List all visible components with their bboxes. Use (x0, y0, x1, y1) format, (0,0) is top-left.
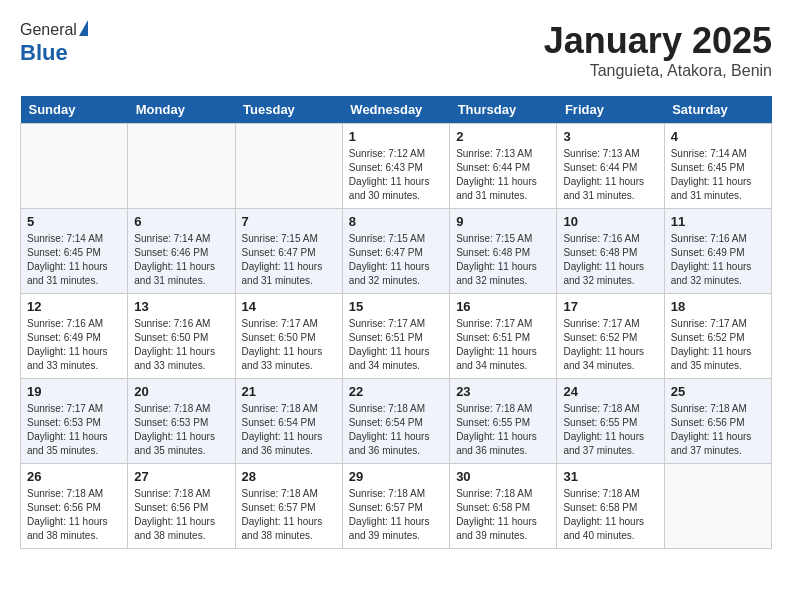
day-number: 6 (134, 214, 228, 229)
logo-arrow-icon (79, 20, 88, 36)
calendar-cell: 18Sunrise: 7:17 AM Sunset: 6:52 PM Dayli… (664, 294, 771, 379)
calendar-title: January 2025 (544, 20, 772, 62)
day-header-sunday: Sunday (21, 96, 128, 124)
day-number: 31 (563, 469, 657, 484)
calendar-cell: 30Sunrise: 7:18 AM Sunset: 6:58 PM Dayli… (450, 464, 557, 549)
calendar-cell: 29Sunrise: 7:18 AM Sunset: 6:57 PM Dayli… (342, 464, 449, 549)
day-info: Sunrise: 7:18 AM Sunset: 6:55 PM Dayligh… (563, 402, 657, 458)
day-number: 18 (671, 299, 765, 314)
day-info: Sunrise: 7:17 AM Sunset: 6:52 PM Dayligh… (563, 317, 657, 373)
calendar-cell: 28Sunrise: 7:18 AM Sunset: 6:57 PM Dayli… (235, 464, 342, 549)
week-row-4: 19Sunrise: 7:17 AM Sunset: 6:53 PM Dayli… (21, 379, 772, 464)
day-header-monday: Monday (128, 96, 235, 124)
day-number: 12 (27, 299, 121, 314)
day-info: Sunrise: 7:17 AM Sunset: 6:53 PM Dayligh… (27, 402, 121, 458)
day-info: Sunrise: 7:13 AM Sunset: 6:44 PM Dayligh… (456, 147, 550, 203)
calendar-cell: 16Sunrise: 7:17 AM Sunset: 6:51 PM Dayli… (450, 294, 557, 379)
calendar-cell: 20Sunrise: 7:18 AM Sunset: 6:53 PM Dayli… (128, 379, 235, 464)
day-info: Sunrise: 7:16 AM Sunset: 6:50 PM Dayligh… (134, 317, 228, 373)
day-number: 8 (349, 214, 443, 229)
day-number: 4 (671, 129, 765, 144)
calendar-table: SundayMondayTuesdayWednesdayThursdayFrid… (20, 96, 772, 549)
day-number: 3 (563, 129, 657, 144)
calendar-cell: 31Sunrise: 7:18 AM Sunset: 6:58 PM Dayli… (557, 464, 664, 549)
calendar-cell (21, 124, 128, 209)
header: General Blue January 2025 Tanguieta, Ata… (20, 20, 772, 80)
day-number: 24 (563, 384, 657, 399)
day-number: 5 (27, 214, 121, 229)
day-info: Sunrise: 7:14 AM Sunset: 6:45 PM Dayligh… (671, 147, 765, 203)
day-number: 22 (349, 384, 443, 399)
day-info: Sunrise: 7:18 AM Sunset: 6:56 PM Dayligh… (134, 487, 228, 543)
day-info: Sunrise: 7:18 AM Sunset: 6:56 PM Dayligh… (27, 487, 121, 543)
day-number: 20 (134, 384, 228, 399)
day-header-friday: Friday (557, 96, 664, 124)
day-info: Sunrise: 7:18 AM Sunset: 6:58 PM Dayligh… (456, 487, 550, 543)
week-row-2: 5Sunrise: 7:14 AM Sunset: 6:45 PM Daylig… (21, 209, 772, 294)
day-info: Sunrise: 7:18 AM Sunset: 6:58 PM Dayligh… (563, 487, 657, 543)
day-number: 28 (242, 469, 336, 484)
week-row-5: 26Sunrise: 7:18 AM Sunset: 6:56 PM Dayli… (21, 464, 772, 549)
calendar-cell: 22Sunrise: 7:18 AM Sunset: 6:54 PM Dayli… (342, 379, 449, 464)
calendar-cell: 15Sunrise: 7:17 AM Sunset: 6:51 PM Dayli… (342, 294, 449, 379)
logo: General Blue (20, 20, 88, 66)
day-number: 2 (456, 129, 550, 144)
day-number: 29 (349, 469, 443, 484)
day-number: 11 (671, 214, 765, 229)
day-number: 9 (456, 214, 550, 229)
day-info: Sunrise: 7:16 AM Sunset: 6:49 PM Dayligh… (671, 232, 765, 288)
week-row-1: 1Sunrise: 7:12 AM Sunset: 6:43 PM Daylig… (21, 124, 772, 209)
calendar-cell: 10Sunrise: 7:16 AM Sunset: 6:48 PM Dayli… (557, 209, 664, 294)
day-info: Sunrise: 7:12 AM Sunset: 6:43 PM Dayligh… (349, 147, 443, 203)
day-header-wednesday: Wednesday (342, 96, 449, 124)
day-info: Sunrise: 7:18 AM Sunset: 6:53 PM Dayligh… (134, 402, 228, 458)
day-info: Sunrise: 7:14 AM Sunset: 6:46 PM Dayligh… (134, 232, 228, 288)
day-info: Sunrise: 7:13 AM Sunset: 6:44 PM Dayligh… (563, 147, 657, 203)
calendar-cell: 25Sunrise: 7:18 AM Sunset: 6:56 PM Dayli… (664, 379, 771, 464)
calendar-cell (664, 464, 771, 549)
day-info: Sunrise: 7:17 AM Sunset: 6:52 PM Dayligh… (671, 317, 765, 373)
day-info: Sunrise: 7:16 AM Sunset: 6:48 PM Dayligh… (563, 232, 657, 288)
day-header-tuesday: Tuesday (235, 96, 342, 124)
calendar-cell: 1Sunrise: 7:12 AM Sunset: 6:43 PM Daylig… (342, 124, 449, 209)
calendar-cell: 21Sunrise: 7:18 AM Sunset: 6:54 PM Dayli… (235, 379, 342, 464)
calendar-cell: 27Sunrise: 7:18 AM Sunset: 6:56 PM Dayli… (128, 464, 235, 549)
day-number: 14 (242, 299, 336, 314)
day-info: Sunrise: 7:18 AM Sunset: 6:57 PM Dayligh… (242, 487, 336, 543)
calendar-cell (128, 124, 235, 209)
calendar-cell: 6Sunrise: 7:14 AM Sunset: 6:46 PM Daylig… (128, 209, 235, 294)
day-info: Sunrise: 7:16 AM Sunset: 6:49 PM Dayligh… (27, 317, 121, 373)
calendar-cell: 24Sunrise: 7:18 AM Sunset: 6:55 PM Dayli… (557, 379, 664, 464)
day-number: 15 (349, 299, 443, 314)
day-number: 1 (349, 129, 443, 144)
logo-general-text: General (20, 21, 77, 39)
calendar-cell: 12Sunrise: 7:16 AM Sunset: 6:49 PM Dayli… (21, 294, 128, 379)
day-info: Sunrise: 7:18 AM Sunset: 6:54 PM Dayligh… (349, 402, 443, 458)
calendar-subtitle: Tanguieta, Atakora, Benin (544, 62, 772, 80)
day-number: 16 (456, 299, 550, 314)
day-number: 19 (27, 384, 121, 399)
header-row: SundayMondayTuesdayWednesdayThursdayFrid… (21, 96, 772, 124)
day-number: 17 (563, 299, 657, 314)
calendar-cell: 8Sunrise: 7:15 AM Sunset: 6:47 PM Daylig… (342, 209, 449, 294)
calendar-cell: 14Sunrise: 7:17 AM Sunset: 6:50 PM Dayli… (235, 294, 342, 379)
calendar-cell: 7Sunrise: 7:15 AM Sunset: 6:47 PM Daylig… (235, 209, 342, 294)
day-info: Sunrise: 7:15 AM Sunset: 6:47 PM Dayligh… (242, 232, 336, 288)
calendar-cell: 3Sunrise: 7:13 AM Sunset: 6:44 PM Daylig… (557, 124, 664, 209)
day-number: 21 (242, 384, 336, 399)
calendar-cell: 19Sunrise: 7:17 AM Sunset: 6:53 PM Dayli… (21, 379, 128, 464)
day-number: 23 (456, 384, 550, 399)
day-number: 30 (456, 469, 550, 484)
day-info: Sunrise: 7:18 AM Sunset: 6:57 PM Dayligh… (349, 487, 443, 543)
day-info: Sunrise: 7:17 AM Sunset: 6:50 PM Dayligh… (242, 317, 336, 373)
day-header-saturday: Saturday (664, 96, 771, 124)
day-info: Sunrise: 7:14 AM Sunset: 6:45 PM Dayligh… (27, 232, 121, 288)
day-info: Sunrise: 7:15 AM Sunset: 6:47 PM Dayligh… (349, 232, 443, 288)
day-number: 27 (134, 469, 228, 484)
calendar-cell: 13Sunrise: 7:16 AM Sunset: 6:50 PM Dayli… (128, 294, 235, 379)
calendar-cell: 9Sunrise: 7:15 AM Sunset: 6:48 PM Daylig… (450, 209, 557, 294)
calendar-cell: 23Sunrise: 7:18 AM Sunset: 6:55 PM Dayli… (450, 379, 557, 464)
day-info: Sunrise: 7:15 AM Sunset: 6:48 PM Dayligh… (456, 232, 550, 288)
calendar-cell: 11Sunrise: 7:16 AM Sunset: 6:49 PM Dayli… (664, 209, 771, 294)
day-number: 13 (134, 299, 228, 314)
